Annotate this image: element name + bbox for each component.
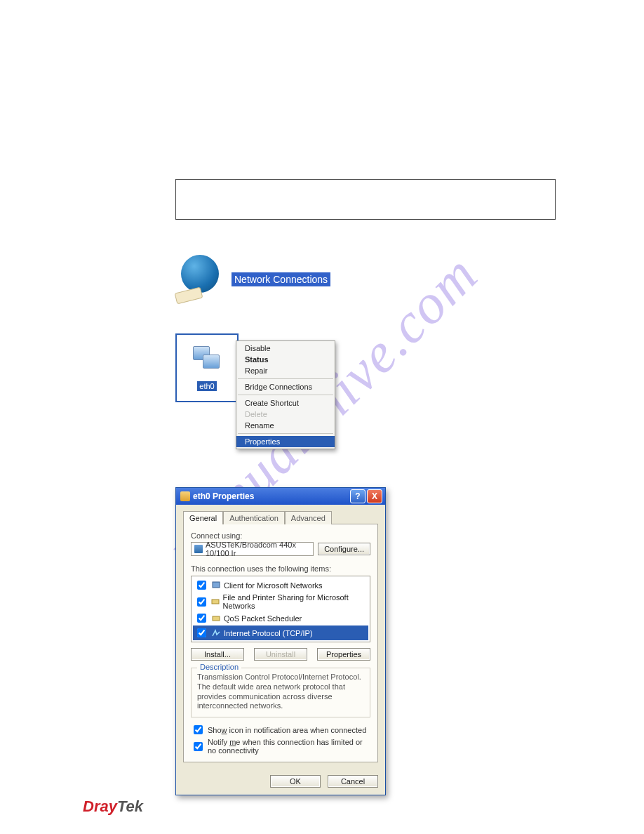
network-adapter-icon [193,342,221,370]
globe-network-icon [175,255,224,304]
install-button[interactable]: Install... [191,648,244,661]
draytek-logo: DrayTek [83,797,143,816]
network-connections-row[interactable]: Network Connections [175,255,568,304]
ctx-separator [238,378,333,379]
help-button[interactable]: ? [350,489,365,503]
checkbox[interactable] [197,581,206,590]
ctx-rename[interactable]: Rename [236,420,335,431]
tabs-row: General Authentication Advanced [183,510,378,524]
nic-icon [194,545,203,553]
description-legend: Description [197,663,241,671]
eth0-properties-dialog: eth0 Properties ? X General Authenticati… [175,487,386,795]
service-icon [211,597,220,607]
item-tcpip[interactable]: Internet Protocol (TCP/IP) [193,626,368,640]
ctx-properties[interactable]: Properties [236,436,335,447]
ok-button[interactable]: OK [270,775,321,788]
checkbox[interactable] [197,628,206,637]
ctx-separator [238,395,333,395]
properties-button[interactable]: Properties [317,648,370,661]
tab-advanced[interactable]: Advanced [285,511,332,524]
ctx-disable[interactable]: Disable [236,343,335,354]
show-icon-checkbox-row[interactable]: Show icon in notification area when conn… [191,723,370,736]
client-icon [211,581,221,590]
configure-button[interactable]: Configure... [318,543,370,555]
tab-general[interactable]: General [183,511,223,524]
network-connections-label: Network Connections [232,272,330,286]
service-icon [211,614,221,623]
svg-rect-2 [213,616,220,621]
adapter-display: ASUSTeK/Broadcom 440x 10/100 Ir [191,542,314,556]
item-client-ms-networks[interactable]: Client for Microsoft Networks [193,578,368,593]
ctx-delete: Delete [236,409,335,420]
description-group: Description Transmission Control Protoco… [191,668,370,717]
protocol-icon [211,628,221,638]
svg-rect-1 [212,600,219,604]
ctx-repair[interactable]: Repair [236,365,335,376]
context-menu: Disable Status Repair Bridge Connections… [236,340,335,449]
item-qos-scheduler[interactable]: QoS Packet Scheduler [193,611,368,626]
dialog-title: eth0 Properties [193,491,254,501]
cancel-button[interactable]: Cancel [328,775,378,788]
ctx-status[interactable]: Status [236,354,335,365]
show-icon-checkbox[interactable] [194,725,203,734]
notify-checkbox[interactable] [194,742,203,751]
ctx-bridge[interactable]: Bridge Connections [236,381,335,392]
connection-items-list[interactable]: Client for Microsoft Networks File and P… [191,576,370,642]
connect-using-label: Connect using: [191,531,370,540]
svg-rect-0 [213,582,220,588]
tab-authentication[interactable]: Authentication [223,511,285,524]
description-body: Transmission Control Protocol/Internet P… [197,673,364,711]
notify-checkbox-row[interactable]: Notify me when this connection has limit… [191,738,370,755]
checkbox[interactable] [197,597,206,607]
adapter-name: ASUSTeK/Broadcom 440x 10/100 Ir [206,541,310,557]
close-button[interactable]: X [367,489,382,503]
checkbox[interactable] [197,614,206,623]
tab-panel-general: Connect using: ASUSTeK/Broadcom 440x 10/… [183,524,378,762]
note-box [175,179,556,220]
items-heading: This connection uses the following items… [191,564,370,573]
ctx-separator [238,433,333,434]
ctx-create-shortcut[interactable]: Create Shortcut [236,397,335,409]
uninstall-button: Uninstall [254,648,307,661]
dialog-title-icon [180,491,190,501]
item-file-printer-sharing[interactable]: File and Printer Sharing for Microsoft N… [193,593,368,611]
dialog-titlebar[interactable]: eth0 Properties ? X [176,488,385,505]
eth0-connection-item[interactable]: eth0 [175,333,239,402]
eth0-label: eth0 [197,381,216,391]
